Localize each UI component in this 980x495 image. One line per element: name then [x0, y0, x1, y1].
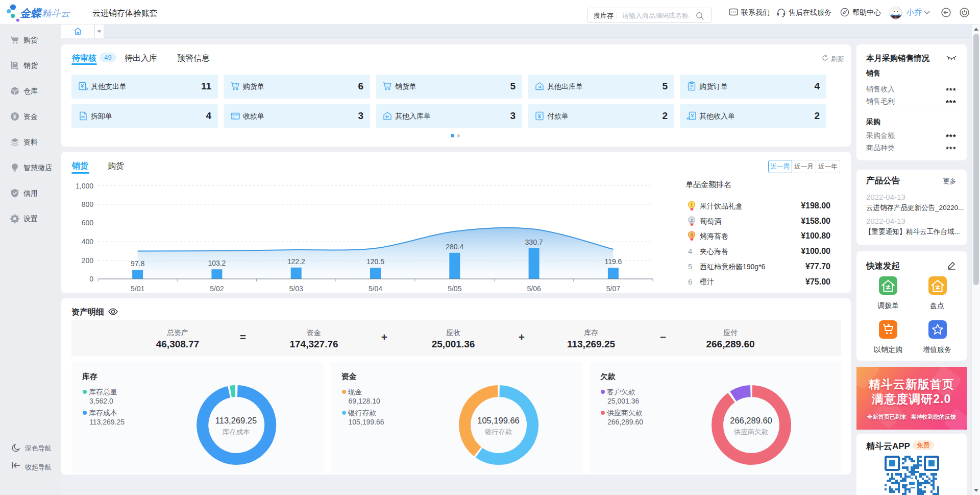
svg-text:5/04: 5/04 — [369, 285, 382, 293]
svg-text:600: 600 — [82, 219, 94, 227]
svg-text:122.2: 122.2 — [287, 257, 305, 266]
svg-text:800: 800 — [82, 200, 94, 208]
svg-text:119.6: 119.6 — [604, 257, 622, 266]
svg-text:5/03: 5/03 — [289, 285, 303, 293]
svg-text:120.5: 120.5 — [366, 257, 384, 266]
svg-text:5/06: 5/06 — [527, 285, 541, 293]
svg-text:3: 3 — [690, 232, 693, 238]
svg-text:280.4: 280.4 — [446, 243, 463, 251]
svg-text:200: 200 — [82, 256, 94, 265]
svg-text:330.7: 330.7 — [525, 238, 543, 246]
svg-text:400: 400 — [82, 238, 94, 246]
svg-text:1: 1 — [690, 202, 693, 207]
svg-text:2: 2 — [690, 218, 693, 223]
svg-text:1,000: 1,000 — [76, 182, 93, 190]
svg-text:5/07: 5/07 — [606, 285, 620, 293]
svg-text:5/01: 5/01 — [131, 285, 144, 293]
svg-text:103.2: 103.2 — [208, 259, 226, 267]
svg-text:5/05: 5/05 — [448, 285, 461, 293]
svg-text:97.8: 97.8 — [131, 260, 144, 268]
svg-text:5/02: 5/02 — [210, 285, 224, 293]
svg-text:0: 0 — [89, 275, 93, 283]
